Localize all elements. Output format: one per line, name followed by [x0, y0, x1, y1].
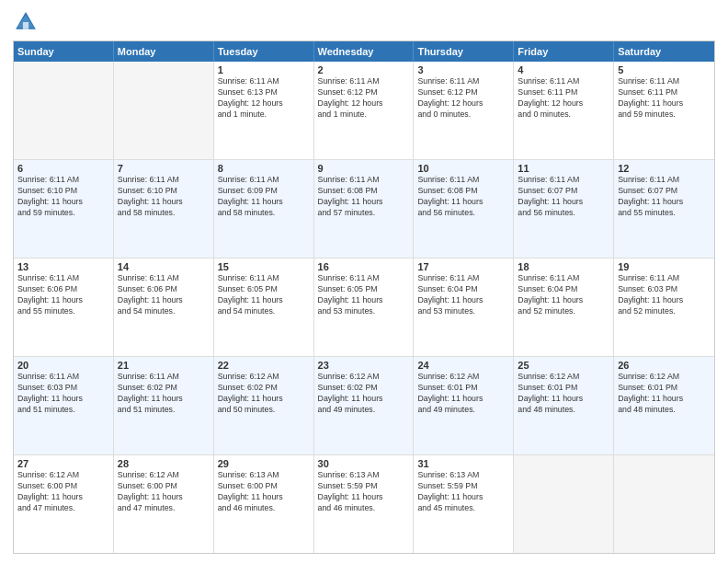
- weekday-header-friday: Friday: [514, 41, 614, 62]
- day-info: Sunrise: 6:12 AMSunset: 6:00 PMDaylight:…: [17, 470, 109, 514]
- day-info: Sunrise: 6:11 AMSunset: 6:12 PMDaylight:…: [318, 76, 410, 121]
- svg-rect-2: [23, 22, 28, 29]
- day-cell-26: 26Sunrise: 6:12 AMSunset: 6:01 PMDayligh…: [614, 357, 714, 454]
- empty-cell: [614, 455, 714, 553]
- day-number: 14: [118, 261, 210, 272]
- day-number: 25: [518, 360, 609, 371]
- day-number: 16: [318, 261, 410, 272]
- logo: [13, 9, 42, 35]
- day-number: 13: [17, 261, 109, 272]
- weekday-header-wednesday: Wednesday: [314, 41, 415, 62]
- empty-cell: [114, 62, 214, 159]
- day-cell-13: 13Sunrise: 6:11 AMSunset: 6:06 PMDayligh…: [14, 259, 114, 356]
- day-info: Sunrise: 6:11 AMSunset: 6:11 PMDaylight:…: [518, 76, 609, 121]
- day-info: Sunrise: 6:11 AMSunset: 6:07 PMDaylight:…: [518, 175, 609, 219]
- calendar-body: 1Sunrise: 6:11 AMSunset: 6:13 PMDaylight…: [14, 62, 714, 553]
- day-cell-25: 25Sunrise: 6:12 AMSunset: 6:01 PMDayligh…: [514, 357, 614, 454]
- day-info: Sunrise: 6:12 AMSunset: 6:01 PMDaylight:…: [518, 372, 609, 416]
- day-info: Sunrise: 6:12 AMSunset: 6:00 PMDaylight:…: [118, 470, 210, 514]
- day-info: Sunrise: 6:11 AMSunset: 6:13 PMDaylight:…: [218, 76, 310, 121]
- day-number: 2: [318, 64, 410, 75]
- day-number: 31: [417, 458, 509, 469]
- day-info: Sunrise: 6:11 AMSunset: 6:08 PMDaylight:…: [318, 175, 410, 219]
- day-cell-3: 3Sunrise: 6:11 AMSunset: 6:12 PMDaylight…: [414, 62, 514, 159]
- day-number: 8: [218, 163, 310, 174]
- day-cell-28: 28Sunrise: 6:12 AMSunset: 6:00 PMDayligh…: [114, 455, 214, 553]
- day-info: Sunrise: 6:11 AMSunset: 6:02 PMDaylight:…: [118, 372, 210, 416]
- day-number: 28: [118, 458, 210, 469]
- day-info: Sunrise: 6:11 AMSunset: 6:05 PMDaylight:…: [218, 273, 310, 317]
- day-number: 6: [17, 163, 109, 174]
- empty-cell: [14, 62, 114, 159]
- day-number: 12: [618, 163, 711, 174]
- day-info: Sunrise: 6:13 AMSunset: 5:59 PMDaylight:…: [318, 470, 410, 514]
- weekday-header-thursday: Thursday: [414, 41, 514, 62]
- day-number: 27: [17, 458, 109, 469]
- day-cell-11: 11Sunrise: 6:11 AMSunset: 6:07 PMDayligh…: [514, 160, 614, 258]
- day-info: Sunrise: 6:11 AMSunset: 6:03 PMDaylight:…: [618, 273, 711, 317]
- day-number: 23: [318, 360, 410, 371]
- day-info: Sunrise: 6:11 AMSunset: 6:04 PMDaylight:…: [417, 273, 509, 317]
- day-cell-16: 16Sunrise: 6:11 AMSunset: 6:05 PMDayligh…: [314, 259, 415, 356]
- calendar-row-1: 1Sunrise: 6:11 AMSunset: 6:13 PMDaylight…: [14, 62, 714, 159]
- calendar-row-5: 27Sunrise: 6:12 AMSunset: 6:00 PMDayligh…: [14, 454, 714, 553]
- day-number: 5: [618, 64, 711, 75]
- day-cell-1: 1Sunrise: 6:11 AMSunset: 6:13 PMDaylight…: [214, 62, 314, 159]
- day-number: 22: [218, 360, 310, 371]
- day-info: Sunrise: 6:13 AMSunset: 6:00 PMDaylight:…: [218, 470, 310, 514]
- day-info: Sunrise: 6:11 AMSunset: 6:09 PMDaylight:…: [218, 175, 310, 219]
- day-cell-14: 14Sunrise: 6:11 AMSunset: 6:06 PMDayligh…: [114, 259, 214, 356]
- weekday-header-tuesday: Tuesday: [214, 41, 314, 62]
- day-info: Sunrise: 6:11 AMSunset: 6:07 PMDaylight:…: [618, 175, 711, 219]
- day-number: 15: [218, 261, 310, 272]
- day-info: Sunrise: 6:11 AMSunset: 6:05 PMDaylight:…: [318, 273, 410, 317]
- day-number: 18: [518, 261, 609, 272]
- day-info: Sunrise: 6:11 AMSunset: 6:11 PMDaylight:…: [618, 76, 711, 121]
- day-info: Sunrise: 6:12 AMSunset: 6:01 PMDaylight:…: [618, 372, 711, 416]
- day-cell-6: 6Sunrise: 6:11 AMSunset: 6:10 PMDaylight…: [14, 160, 114, 258]
- day-number: 10: [417, 163, 509, 174]
- day-number: 29: [218, 458, 310, 469]
- day-cell-22: 22Sunrise: 6:12 AMSunset: 6:02 PMDayligh…: [214, 357, 314, 454]
- day-cell-8: 8Sunrise: 6:11 AMSunset: 6:09 PMDaylight…: [214, 160, 314, 258]
- day-number: 17: [417, 261, 509, 272]
- day-number: 26: [618, 360, 711, 371]
- calendar: SundayMondayTuesdayWednesdayThursdayFrid…: [13, 40, 715, 554]
- calendar-header: SundayMondayTuesdayWednesdayThursdayFrid…: [14, 41, 714, 62]
- calendar-row-4: 20Sunrise: 6:11 AMSunset: 6:03 PMDayligh…: [14, 356, 714, 454]
- day-info: Sunrise: 6:11 AMSunset: 6:04 PMDaylight:…: [518, 273, 609, 317]
- empty-cell: [514, 455, 614, 553]
- logo-icon: [13, 9, 39, 35]
- day-cell-30: 30Sunrise: 6:13 AMSunset: 5:59 PMDayligh…: [314, 455, 415, 553]
- day-cell-9: 9Sunrise: 6:11 AMSunset: 6:08 PMDaylight…: [314, 160, 415, 258]
- day-info: Sunrise: 6:11 AMSunset: 6:10 PMDaylight:…: [17, 175, 109, 219]
- day-number: 19: [618, 261, 711, 272]
- weekday-header-saturday: Saturday: [614, 41, 714, 62]
- day-number: 11: [518, 163, 609, 174]
- day-info: Sunrise: 6:11 AMSunset: 6:06 PMDaylight:…: [17, 273, 109, 317]
- day-cell-7: 7Sunrise: 6:11 AMSunset: 6:10 PMDaylight…: [114, 160, 214, 258]
- day-info: Sunrise: 6:12 AMSunset: 6:02 PMDaylight:…: [318, 372, 410, 416]
- weekday-header-monday: Monday: [114, 41, 214, 62]
- day-cell-4: 4Sunrise: 6:11 AMSunset: 6:11 PMDaylight…: [514, 62, 614, 159]
- day-cell-15: 15Sunrise: 6:11 AMSunset: 6:05 PMDayligh…: [214, 259, 314, 356]
- day-info: Sunrise: 6:13 AMSunset: 5:59 PMDaylight:…: [417, 470, 509, 514]
- day-cell-24: 24Sunrise: 6:12 AMSunset: 6:01 PMDayligh…: [414, 357, 514, 454]
- day-info: Sunrise: 6:12 AMSunset: 6:02 PMDaylight:…: [218, 372, 310, 416]
- day-cell-19: 19Sunrise: 6:11 AMSunset: 6:03 PMDayligh…: [614, 259, 714, 356]
- page-container: SundayMondayTuesdayWednesdayThursdayFrid…: [0, 0, 728, 563]
- day-info: Sunrise: 6:11 AMSunset: 6:08 PMDaylight:…: [417, 175, 509, 219]
- day-cell-10: 10Sunrise: 6:11 AMSunset: 6:08 PMDayligh…: [414, 160, 514, 258]
- day-number: 9: [318, 163, 410, 174]
- day-number: 20: [17, 360, 109, 371]
- day-info: Sunrise: 6:11 AMSunset: 6:03 PMDaylight:…: [17, 372, 109, 416]
- day-cell-23: 23Sunrise: 6:12 AMSunset: 6:02 PMDayligh…: [314, 357, 415, 454]
- day-number: 30: [318, 458, 410, 469]
- day-cell-18: 18Sunrise: 6:11 AMSunset: 6:04 PMDayligh…: [514, 259, 614, 356]
- day-info: Sunrise: 6:11 AMSunset: 6:06 PMDaylight:…: [118, 273, 210, 317]
- day-info: Sunrise: 6:11 AMSunset: 6:10 PMDaylight:…: [118, 175, 210, 219]
- day-info: Sunrise: 6:11 AMSunset: 6:12 PMDaylight:…: [417, 76, 509, 121]
- page-header: [13, 9, 715, 35]
- day-cell-2: 2Sunrise: 6:11 AMSunset: 6:12 PMDaylight…: [314, 62, 415, 159]
- day-cell-27: 27Sunrise: 6:12 AMSunset: 6:00 PMDayligh…: [14, 455, 114, 553]
